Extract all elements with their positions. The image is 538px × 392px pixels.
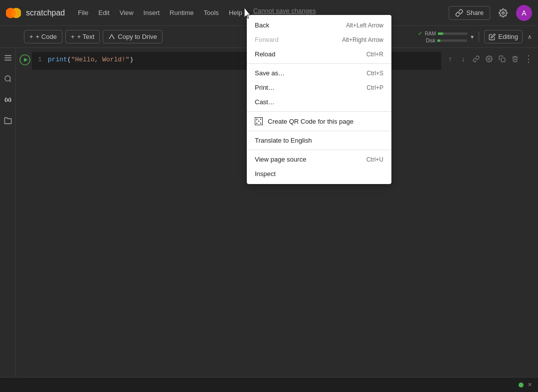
separator-1 [247, 63, 391, 64]
context-menu: Back Alt+Left Arrow Forward Alt+Right Ar… [247, 15, 391, 184]
context-menu-inspect[interactable]: Inspect [247, 167, 391, 181]
separator-3 [247, 131, 391, 131]
svg-rect-14 [256, 119, 257, 120]
context-menu-print-label: Print… [255, 84, 275, 91]
context-menu-back-label: Back [255, 21, 269, 29]
context-menu-back-shortcut: Alt+Left Arrow [346, 22, 383, 29]
context-menu-forward-label: Forward [255, 36, 279, 43]
svg-rect-15 [258, 119, 258, 119]
context-menu-save-as-label: Save as… [255, 69, 285, 77]
context-menu-inspect-label: Inspect [255, 170, 276, 178]
separator-4 [247, 150, 391, 150]
svg-rect-20 [260, 123, 261, 124]
context-menu-reload[interactable]: Reload Ctrl+R [247, 47, 391, 61]
context-menu-view-source-shortcut: Ctrl+U [366, 156, 383, 163]
context-menu-print[interactable]: Print… Ctrl+P [247, 80, 391, 95]
context-menu-translate-label: Translate to English [255, 137, 312, 144]
qr-code-with-icon: Create QR Code for this page [255, 117, 354, 125]
context-menu-qr-label: Create QR Code for this page [268, 118, 354, 125]
context-menu-view-source-label: View page source [255, 156, 306, 163]
context-menu-cast-label: Cast… [255, 98, 275, 106]
svg-rect-18 [256, 123, 257, 124]
context-menu-forward-shortcut: Alt+Right Arrow [342, 36, 383, 43]
qr-icon [255, 117, 263, 125]
context-menu-view-source[interactable]: View page source Ctrl+U [247, 152, 391, 167]
svg-rect-16 [260, 119, 261, 120]
separator-2 [247, 111, 391, 112]
context-menu-save-as[interactable]: Save as… Ctrl+S [247, 66, 391, 80]
context-menu-reload-label: Reload [255, 50, 275, 58]
context-menu-translate[interactable]: Translate to English [247, 133, 391, 148]
context-menu-back[interactable]: Back Alt+Left Arrow [247, 18, 391, 32]
svg-rect-19 [258, 121, 259, 122]
svg-rect-17 [256, 120, 257, 121]
context-menu-print-shortcut: Ctrl+P [366, 84, 383, 91]
context-menu-reload-shortcut: Ctrl+R [366, 51, 383, 58]
context-menu-qr-code[interactable]: Create QR Code for this page [247, 114, 391, 129]
context-menu-save-as-shortcut: Ctrl+S [366, 70, 383, 77]
context-menu-cast[interactable]: Cast… [247, 95, 391, 109]
context-menu-forward: Forward Alt+Right Arrow [247, 32, 391, 47]
